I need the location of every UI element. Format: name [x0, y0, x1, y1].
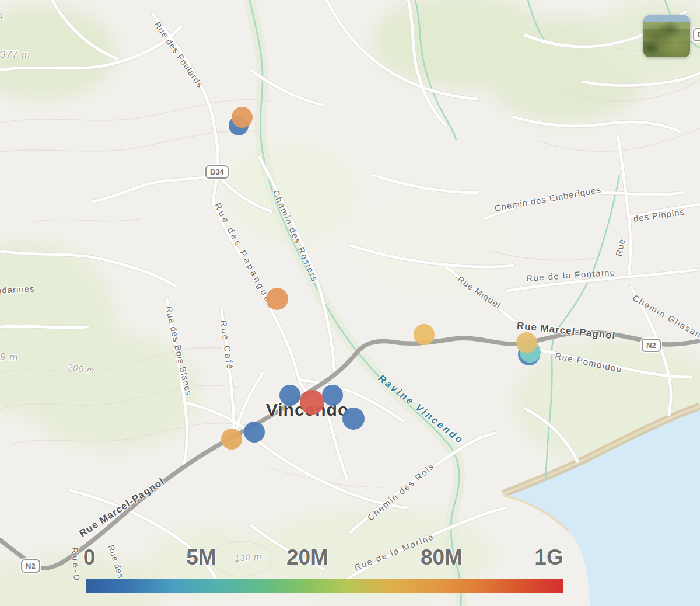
- data-point[interactable]: [279, 385, 300, 406]
- data-point[interactable]: [221, 429, 242, 450]
- layer-switcher-thumbnail[interactable]: [643, 15, 690, 57]
- data-point[interactable]: [300, 390, 324, 415]
- map-canvas[interactable]: Rue des Foulards Rue des Papangues Chemi…: [0, 0, 700, 606]
- data-point[interactable]: [342, 408, 365, 430]
- data-point[interactable]: [232, 107, 253, 128]
- data-point[interactable]: [516, 332, 537, 353]
- data-points-layer: [0, 0, 700, 606]
- data-point[interactable]: [414, 324, 435, 345]
- data-point[interactable]: [244, 422, 265, 443]
- data-point[interactable]: [266, 288, 288, 310]
- data-point[interactable]: [322, 385, 343, 406]
